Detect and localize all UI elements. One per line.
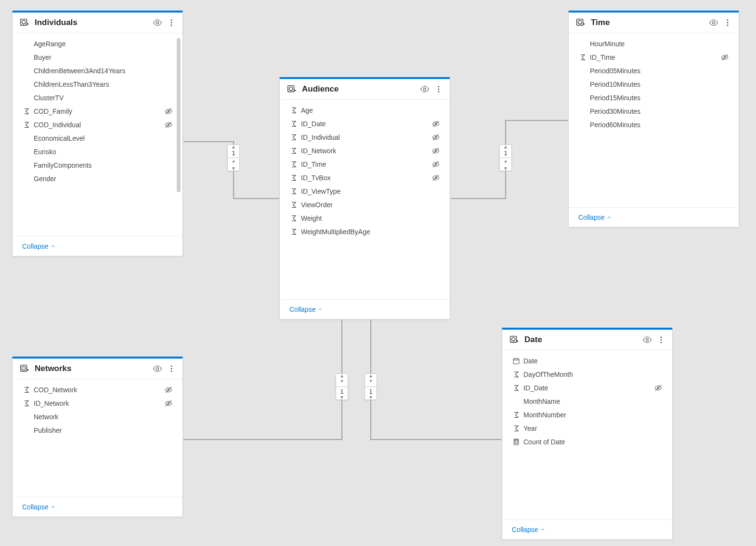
- table-header[interactable]: Individuals: [13, 13, 182, 33]
- calculator-icon: [512, 438, 521, 446]
- field-row[interactable]: ID_TvBox: [280, 171, 450, 185]
- svg-rect-8: [288, 86, 294, 92]
- hidden-icon[interactable]: [164, 120, 173, 129]
- field-row[interactable]: Publisher: [13, 424, 182, 437]
- relationship-individuals-audience[interactable]: ▲ 1 * ▼: [227, 145, 240, 171]
- svg-point-29: [171, 365, 172, 367]
- field-name: ID_Date: [523, 384, 651, 392]
- table-header[interactable]: Audience: [280, 79, 450, 100]
- hidden-icon[interactable]: [431, 133, 440, 142]
- svg-point-47: [517, 443, 517, 444]
- table-header[interactable]: Time: [569, 13, 739, 33]
- table-header[interactable]: Networks: [13, 359, 182, 379]
- field-row[interactable]: COD_Family: [13, 105, 182, 118]
- field-row[interactable]: Age: [280, 104, 450, 117]
- field-row[interactable]: Count of Date: [502, 435, 672, 449]
- field-row[interactable]: Period10Minutes: [569, 78, 739, 91]
- field-row[interactable]: ID_Time: [569, 51, 739, 64]
- hidden-icon[interactable]: [164, 386, 173, 394]
- field-row[interactable]: Date: [502, 354, 672, 368]
- more-options-icon[interactable]: [167, 364, 176, 373]
- field-row[interactable]: Network: [13, 410, 182, 424]
- collapse-link[interactable]: Collapse: [578, 213, 612, 221]
- field-row[interactable]: Period05Minutes: [569, 64, 739, 78]
- visibility-icon[interactable]: [153, 364, 162, 373]
- collapse-link[interactable]: Collapse: [512, 526, 546, 533]
- hidden-icon[interactable]: [431, 173, 440, 182]
- field-row[interactable]: Period30Minutes: [569, 105, 739, 118]
- field-row[interactable]: ID_Date: [280, 117, 450, 131]
- field-row[interactable]: Eurisko: [13, 145, 182, 159]
- field-row[interactable]: AgeRange: [13, 37, 182, 51]
- svg-point-5: [171, 25, 172, 26]
- hidden-icon[interactable]: [431, 120, 440, 128]
- field-name: ID_Time: [590, 53, 717, 61]
- more-options-icon[interactable]: [167, 18, 176, 27]
- field-row[interactable]: Buyer: [13, 51, 182, 64]
- more-options-icon[interactable]: [434, 85, 443, 93]
- visibility-icon[interactable]: [420, 84, 430, 94]
- hidden-icon[interactable]: [431, 146, 440, 155]
- collapse-link[interactable]: Collapse: [22, 503, 56, 511]
- table-audience[interactable]: Audience AgeID_DateID_IndividualID_Netwo…: [279, 77, 450, 320]
- relationship-networks-audience[interactable]: ▲ * 1 ▼: [336, 373, 348, 400]
- sigma-icon: [22, 400, 31, 407]
- hidden-icon[interactable]: [654, 384, 663, 392]
- scrollbar[interactable]: [177, 38, 181, 192]
- more-options-icon[interactable]: [657, 335, 665, 344]
- table-header[interactable]: Date: [502, 330, 672, 350]
- field-name: MonthName: [523, 398, 663, 405]
- hidden-icon[interactable]: [164, 107, 173, 116]
- field-row[interactable]: ID_Network: [13, 397, 182, 410]
- table-title: Date: [524, 335, 638, 345]
- visibility-icon[interactable]: [642, 335, 652, 345]
- field-row[interactable]: ID_Date: [502, 381, 672, 395]
- svg-point-46: [515, 443, 515, 444]
- field-row[interactable]: WeightMultipliedByAge: [280, 225, 450, 239]
- field-row[interactable]: Gender: [13, 172, 182, 186]
- field-row[interactable]: DayOfTheMonth: [502, 368, 672, 381]
- field-row[interactable]: ID_ViewType: [280, 185, 450, 198]
- field-row[interactable]: MonthName: [502, 395, 672, 408]
- field-row[interactable]: Year: [502, 422, 672, 435]
- field-row[interactable]: HourMinute: [569, 37, 739, 51]
- table-networks[interactable]: Networks COD_NetworkID_NetworkNetworkPub…: [12, 357, 183, 517]
- field-row[interactable]: COD_Individual: [13, 118, 182, 132]
- hidden-icon[interactable]: [720, 53, 729, 62]
- field-row[interactable]: Period15Minutes: [569, 91, 739, 105]
- table-individuals[interactable]: Individuals AgeRangeBuyerChildrenBetween…: [12, 11, 183, 256]
- svg-point-3: [171, 19, 172, 21]
- hidden-icon[interactable]: [431, 160, 440, 169]
- field-row[interactable]: EconomicalLevel: [13, 132, 182, 145]
- hidden-icon[interactable]: [164, 399, 173, 408]
- field-name: Count of Date: [523, 438, 663, 446]
- field-row[interactable]: ChildrenBetween3And14Years: [13, 64, 182, 78]
- field-name: ChildrenLessThan3Years: [34, 80, 173, 88]
- svg-point-31: [171, 371, 172, 372]
- visibility-icon[interactable]: [153, 18, 162, 27]
- collapse-link[interactable]: Collapse: [22, 242, 56, 250]
- relationship-time-audience[interactable]: ▲ 1 * ▼: [499, 145, 512, 171]
- field-row[interactable]: FamilyComponents: [13, 159, 182, 172]
- field-row[interactable]: ViewOrder: [280, 198, 450, 212]
- field-row[interactable]: Weight: [280, 212, 450, 225]
- svg-point-27: [22, 366, 26, 370]
- svg-point-36: [646, 339, 649, 341]
- field-row[interactable]: ID_Time: [280, 158, 450, 171]
- visibility-icon[interactable]: [709, 18, 718, 27]
- table-date[interactable]: Date DateDayOfTheMonthID_DateMonthNameMo…: [502, 328, 673, 540]
- relationship-date-audience[interactable]: ▲ * 1 ▼: [365, 373, 377, 400]
- field-row[interactable]: COD_Network: [13, 383, 182, 397]
- sigma-icon: [578, 53, 587, 61]
- table-time[interactable]: Time HourMinuteID_TimePeriod05MinutesPer…: [568, 11, 739, 227]
- field-row[interactable]: ClusterTV: [13, 91, 182, 105]
- field-row[interactable]: Period60Minutes: [569, 118, 739, 132]
- field-name: AgeRange: [34, 40, 173, 48]
- svg-rect-43: [515, 439, 518, 441]
- collapse-link[interactable]: Collapse: [289, 306, 323, 313]
- field-row[interactable]: ID_Network: [280, 144, 450, 158]
- field-row[interactable]: MonthNumber: [502, 408, 672, 422]
- field-row[interactable]: ChildrenLessThan3Years: [13, 78, 182, 91]
- field-row[interactable]: ID_Individual: [280, 131, 450, 144]
- more-options-icon[interactable]: [723, 18, 732, 27]
